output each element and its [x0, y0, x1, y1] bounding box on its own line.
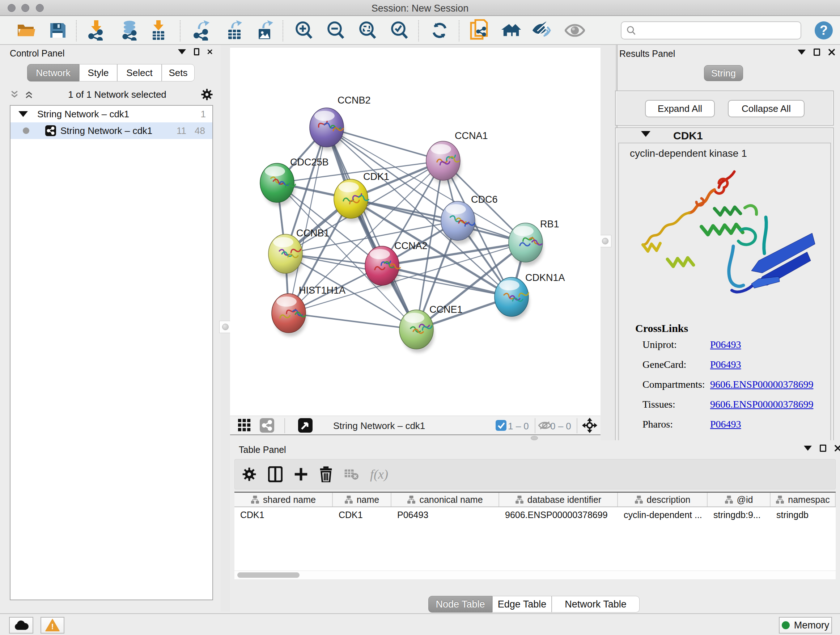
bottom-splitter-grip[interactable]: [531, 436, 538, 440]
hide-selection-icon[interactable]: [531, 20, 551, 41]
expander-icon[interactable]: [19, 111, 28, 117]
export-table-button[interactable]: [225, 20, 245, 41]
warning-button[interactable]: !: [41, 617, 65, 633]
right-splitter-grip[interactable]: [599, 235, 611, 247]
delete-table-icon[interactable]: [344, 468, 358, 480]
search-input[interactable]: [637, 25, 792, 36]
selected-checkbox-icon[interactable]: [495, 415, 507, 435]
crosslink-link[interactable]: 9606.ENSP00000378699: [710, 379, 813, 390]
column-header-database-identifier[interactable]: database identifier: [499, 493, 618, 507]
zoom-in-button[interactable]: [294, 20, 314, 41]
panel-menu-icon[interactable]: [178, 49, 186, 54]
network-node-ccnb1[interactable]: [268, 234, 302, 273]
collapse-section-icon[interactable]: [641, 131, 651, 137]
delete-column-icon[interactable]: [319, 466, 332, 482]
import-network-button[interactable]: [86, 20, 106, 41]
crosslink-link[interactable]: P06493: [710, 359, 741, 371]
gear-icon[interactable]: [201, 88, 213, 101]
import-database-button[interactable]: [119, 20, 140, 41]
network-node-hist1h1a[interactable]: [272, 294, 306, 333]
tab-edge-table[interactable]: Edge Table: [493, 596, 552, 613]
open-session-button[interactable]: [16, 20, 36, 41]
tab-node-table[interactable]: Node Table: [428, 596, 493, 613]
tab-style[interactable]: Style: [79, 64, 117, 81]
table-cell[interactable]: CDK1: [333, 507, 392, 523]
grid-view-icon[interactable]: [237, 415, 253, 435]
panel-float-icon[interactable]: [820, 445, 826, 452]
panel-close-icon[interactable]: [207, 48, 212, 55]
table-cell[interactable]: 9606.ENSP00000378699: [499, 507, 618, 523]
table-cell[interactable]: stringdb:9...: [707, 507, 771, 523]
hidden-eye-icon[interactable]: [538, 415, 552, 435]
network-node-cdc6[interactable]: [441, 201, 475, 241]
network-node-rb1[interactable]: [508, 223, 543, 262]
scrollbar-thumb[interactable]: [237, 572, 300, 578]
gear-icon[interactable]: [242, 467, 256, 481]
column-header-shared-name[interactable]: shared name: [234, 493, 333, 507]
network-node-ccna1[interactable]: [426, 141, 460, 180]
table-cell[interactable]: cyclin-dependent ...: [618, 507, 707, 523]
tab-network[interactable]: Network: [27, 64, 79, 81]
zoom-selected-button[interactable]: [389, 20, 409, 41]
network-node-cdkn1a[interactable]: [494, 277, 529, 317]
network-edge[interactable]: [289, 313, 416, 329]
tab-sets[interactable]: Sets: [162, 64, 195, 81]
network-view-icon[interactable]: [259, 415, 275, 435]
table-cell[interactable]: P06493: [392, 507, 499, 523]
zoom-out-button[interactable]: [325, 20, 346, 41]
refresh-button[interactable]: [429, 20, 450, 41]
cloud-button[interactable]: [9, 617, 33, 633]
show-all-icon[interactable]: [565, 20, 585, 41]
crosslink-label: Compartments:: [643, 379, 705, 390]
tab-string[interactable]: String: [704, 65, 743, 81]
table-horizontal-scrollbar[interactable]: [234, 570, 836, 579]
crosslink-link[interactable]: 9606.ENSP00000378699: [710, 399, 813, 410]
home-button[interactable]: [501, 20, 522, 41]
expand-all-button[interactable]: Expand All: [645, 100, 715, 117]
column-header--id[interactable]: @id: [707, 493, 771, 507]
results-panel: Results Panel String Expand All Collapse…: [617, 45, 840, 440]
save-session-button[interactable]: [47, 20, 68, 41]
add-column-icon[interactable]: [294, 467, 308, 481]
zoom-fit-button[interactable]: [357, 20, 378, 41]
collapse-all-button[interactable]: Collapse All: [728, 100, 805, 117]
panel-close-icon[interactable]: [828, 49, 835, 56]
fit-content-icon[interactable]: [582, 415, 598, 435]
panel-float-icon[interactable]: [813, 49, 820, 56]
column-header-namespac[interactable]: namespac: [771, 493, 836, 507]
table-row[interactable]: CDK1CDK1P064939606.ENSP00000378699cyclin…: [234, 507, 836, 523]
clone-network-button[interactable]: [470, 20, 490, 41]
left-splitter-grip[interactable]: [219, 321, 232, 333]
export-network-button[interactable]: [191, 20, 212, 41]
network-node-ccnb2[interactable]: [309, 108, 344, 147]
expand-all-icon[interactable]: [24, 90, 34, 99]
panel-menu-icon[interactable]: [798, 50, 806, 55]
network-row-selected[interactable]: String Network – cdk1 11 48: [11, 122, 212, 139]
crosslink-link[interactable]: P06493: [710, 339, 741, 350]
export-image-button[interactable]: [255, 20, 275, 41]
network-collection-row[interactable]: String Network – cdk1 1: [11, 106, 212, 122]
collapse-all-icon[interactable]: [10, 90, 19, 99]
help-button[interactable]: ?: [813, 20, 834, 41]
import-table-button[interactable]: [148, 20, 169, 41]
select-columns-icon[interactable]: [268, 466, 283, 482]
birds-eye-view-icon[interactable]: [297, 415, 313, 435]
column-header-description[interactable]: description: [618, 493, 707, 507]
crosslink-link[interactable]: P06493: [710, 418, 741, 430]
function-builder-icon[interactable]: f(x): [370, 467, 388, 482]
table-cell[interactable]: stringdb: [771, 507, 836, 523]
column-header-name[interactable]: name: [333, 493, 392, 507]
tab-network-table[interactable]: Network Table: [552, 596, 639, 613]
network-node-ccne1[interactable]: [399, 310, 433, 349]
tab-select[interactable]: Select: [117, 64, 162, 81]
panel-close-icon[interactable]: [834, 445, 840, 452]
column-header-canonical-name[interactable]: canonical name: [392, 493, 499, 507]
network-graph[interactable]: CCNB2CCNA1CDC25BCDK1CDC6RB1CCNB1CCNA2CDK…: [230, 48, 600, 416]
table-cell[interactable]: CDK1: [234, 507, 333, 523]
panel-float-icon[interactable]: [194, 48, 199, 55]
panel-menu-icon[interactable]: [804, 446, 812, 451]
memory-button[interactable]: Memory: [779, 617, 832, 633]
search-field[interactable]: [621, 21, 801, 40]
network-canvas[interactable]: CCNB2CCNA1CDC25BCDK1CDC6RB1CCNB1CCNA2CDK…: [230, 47, 600, 416]
node-table[interactable]: shared namenamecanonical namedatabase id…: [234, 492, 836, 579]
